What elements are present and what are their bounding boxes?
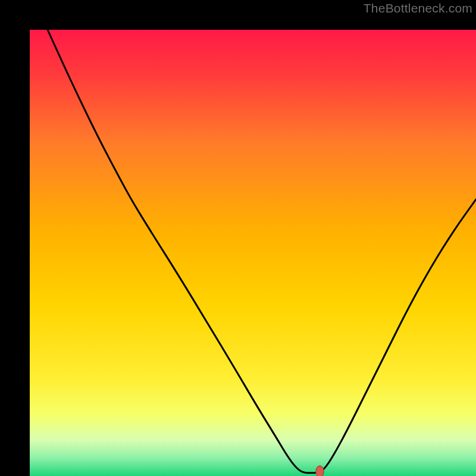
bottleneck-chart [30,30,476,476]
optimal-marker [316,466,324,476]
chart-background [30,30,476,476]
chart-frame [0,0,476,476]
watermark-text: TheBottleneck.com [364,1,472,15]
